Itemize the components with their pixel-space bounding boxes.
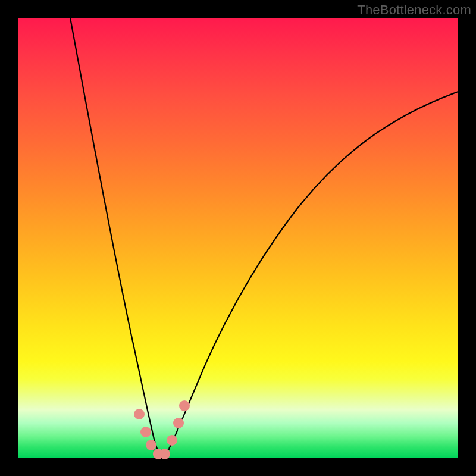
marker-dot (146, 440, 156, 450)
valley-markers (134, 400, 190, 459)
marker-dot (179, 400, 190, 411)
marker-dot (167, 435, 177, 446)
marker-dot (134, 409, 145, 419)
marker-dot (173, 418, 184, 428)
v-curve-right (169, 92, 458, 449)
watermark-text: TheBottleneck.com (357, 2, 471, 18)
plot-area (18, 18, 458, 458)
marker-dot (159, 449, 170, 459)
v-curve-left (70, 18, 162, 456)
curve-layer (18, 18, 458, 458)
marker-dot (140, 427, 151, 437)
chart-frame: TheBottleneck.com (0, 0, 476, 476)
